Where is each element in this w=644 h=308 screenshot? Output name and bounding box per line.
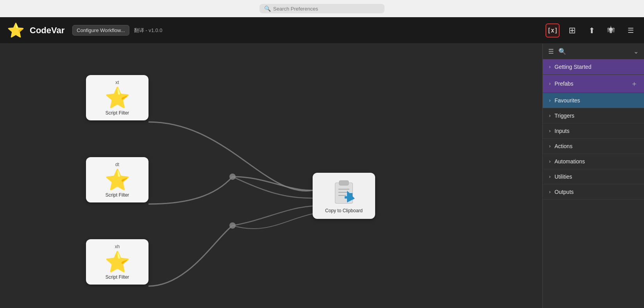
chevron-icon: › xyxy=(549,113,551,118)
sidebar-item-utilities[interactable]: › Utilities xyxy=(543,169,644,184)
chevron-icon: › xyxy=(549,143,551,149)
chevron-icon: › xyxy=(549,98,551,103)
bug-icon: 🕷 xyxy=(607,26,615,35)
sidebar-item-label: Favourites xyxy=(555,97,580,104)
node-xh[interactable]: xh ⭐ Script Filter xyxy=(86,239,148,285)
node-xt-icon: ⭐ xyxy=(105,88,130,108)
svg-point-1 xyxy=(229,222,236,229)
node-xh-icon: ⭐ xyxy=(105,252,130,272)
node-dt-icon: ⭐ xyxy=(105,170,130,190)
sidebar: ☰ 🔍 ⌄ › Getting Started › Prefabs ＋ › Fa… xyxy=(542,44,644,308)
clipboard-node[interactable]: Copy to Clipboard xyxy=(313,173,375,219)
sidebar-item-label: Utilities xyxy=(555,174,572,180)
sidebar-item-label: Prefabs xyxy=(555,81,573,87)
sidebar-item-favourites[interactable]: › Favourites xyxy=(543,93,644,108)
logo-icon: ⭐ xyxy=(6,21,25,40)
chevron-icon: › xyxy=(549,128,551,134)
node-xh-label: xh xyxy=(115,244,120,249)
svg-point-0 xyxy=(229,174,236,180)
chevron-icon: › xyxy=(549,64,551,70)
sidebar-item-getting-started[interactable]: › Getting Started xyxy=(543,59,644,75)
node-xh-type: Script Filter xyxy=(106,274,129,280)
workflow-canvas[interactable]: xt ⭐ Script Filter dt ⭐ Script Filter xh… xyxy=(0,44,542,308)
header-actions: [x] ⊞ ⬆ 🕷 ☰ xyxy=(546,23,638,38)
sidebar-header: ☰ 🔍 ⌄ xyxy=(543,44,644,59)
export-icon: ⬆ xyxy=(589,26,595,35)
add-icon: ⊞ xyxy=(569,25,576,36)
node-xt-type: Script Filter xyxy=(106,110,129,116)
connections-svg xyxy=(0,44,542,308)
search-icon: 🔍 xyxy=(264,5,271,12)
variable-icon: [x] xyxy=(547,27,558,34)
sidebar-item-actions[interactable]: › Actions xyxy=(543,139,644,154)
node-xt-label: xt xyxy=(115,80,119,85)
search-input[interactable] xyxy=(273,6,380,12)
sidebar-item-label: Automations xyxy=(555,158,585,165)
sidebar-item-label: Triggers xyxy=(555,113,574,119)
sidebar-item-triggers[interactable]: › Triggers xyxy=(543,108,644,124)
sidebar-item-label: Inputs xyxy=(555,128,569,134)
variable-icon-button[interactable]: [x] xyxy=(546,23,560,38)
clipboard-icon xyxy=(332,178,356,205)
node-dt-label: dt xyxy=(115,162,119,167)
configure-workflow-button[interactable]: Configure Workflow... xyxy=(72,25,129,36)
app-title: CodeVar xyxy=(30,25,64,36)
version-label: 翻译 - v1.0.0 xyxy=(134,27,163,34)
sidebar-item-label: Outputs xyxy=(555,189,574,195)
sidebar-item-label: Actions xyxy=(555,143,572,149)
workflow-canvas-area: xt ⭐ Script Filter dt ⭐ Script Filter xh… xyxy=(0,44,542,308)
sidebar-item-inputs[interactable]: › Inputs xyxy=(543,124,644,139)
clipboard-node-label: Copy to Clipboard xyxy=(325,208,363,213)
sidebar-item-automations[interactable]: › Automations xyxy=(543,154,644,169)
node-xt[interactable]: xt ⭐ Script Filter xyxy=(86,75,148,120)
search-wrapper: 🔍 xyxy=(259,4,385,13)
sidebar-item-label: Getting Started xyxy=(555,64,591,70)
chevron-icon: › xyxy=(549,189,551,195)
prefabs-add-icon[interactable]: ＋ xyxy=(631,79,638,88)
header: ⭐ CodeVar Configure Workflow... 翻译 - v1.… xyxy=(0,17,644,44)
chevron-icon: › xyxy=(549,174,551,179)
sidebar-search-icon[interactable]: 🔍 xyxy=(558,48,566,55)
export-icon-button[interactable]: ⬆ xyxy=(585,23,599,38)
search-bar: 🔍 xyxy=(0,0,644,17)
chevron-icon: › xyxy=(549,81,551,86)
menu-icon: ☰ xyxy=(628,26,634,35)
add-icon-button[interactable]: ⊞ xyxy=(565,23,579,38)
sidebar-item-outputs[interactable]: › Outputs xyxy=(543,184,644,200)
chevron-icon: › xyxy=(549,159,551,164)
sidebar-item-prefabs[interactable]: › Prefabs ＋ xyxy=(543,75,644,93)
svg-rect-4 xyxy=(339,181,349,185)
node-dt[interactable]: dt ⭐ Script Filter xyxy=(86,157,148,202)
node-dt-type: Script Filter xyxy=(106,192,129,198)
bug-icon-button[interactable]: 🕷 xyxy=(604,23,618,38)
menu-icon-button[interactable]: ☰ xyxy=(624,23,638,38)
sidebar-header-icons: ☰ 🔍 xyxy=(548,48,566,55)
sidebar-menu-icon[interactable]: ☰ xyxy=(548,48,554,55)
sidebar-chevron-icon[interactable]: ⌄ xyxy=(633,48,639,55)
sidebar-items-list: › Getting Started › Prefabs ＋ › Favourit… xyxy=(543,59,644,308)
